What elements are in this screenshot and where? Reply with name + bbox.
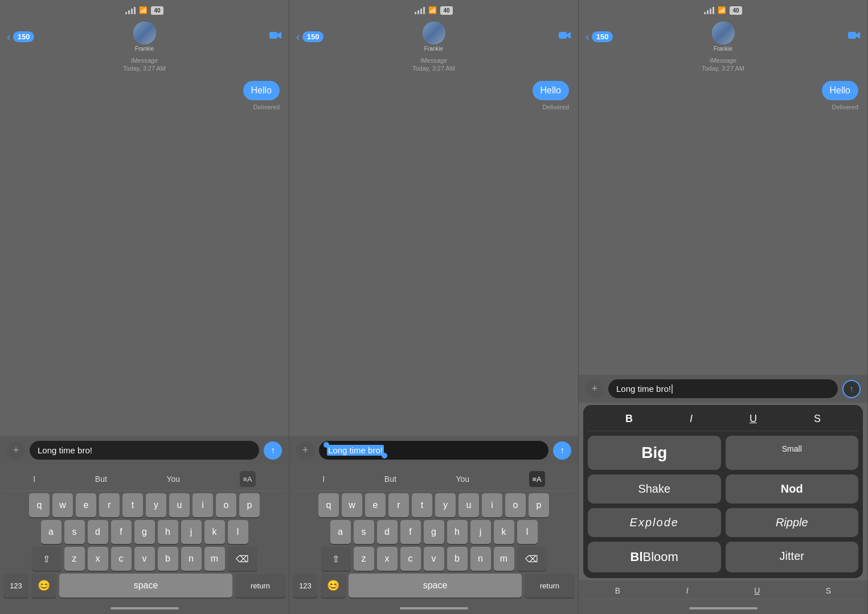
key-h-2[interactable]: h: [447, 520, 468, 544]
suggestion-i-1[interactable]: I: [33, 474, 35, 484]
key-c-2[interactable]: c: [400, 547, 421, 571]
key-g-2[interactable]: g: [424, 520, 444, 544]
key-t-2[interactable]: t: [412, 493, 432, 517]
key-a-2[interactable]: a: [330, 520, 351, 544]
key-delete-2[interactable]: ⌫: [517, 547, 547, 571]
back-button-1[interactable]: ‹ 150: [7, 30, 34, 43]
add-button-2[interactable]: +: [296, 441, 314, 460]
key-b-2[interactable]: b: [447, 547, 468, 571]
key-m-2[interactable]: m: [494, 547, 514, 571]
message-input-1[interactable]: Long time bro!: [30, 441, 259, 460]
key-j[interactable]: j: [181, 520, 202, 544]
key-v-2[interactable]: v: [424, 547, 444, 571]
effect-nod-btn[interactable]: Nod: [726, 474, 859, 504]
key-z-2[interactable]: z: [354, 547, 374, 571]
effect-jitter-btn[interactable]: Jitter: [726, 542, 859, 572]
key-numbers-1[interactable]: 123: [3, 574, 28, 597]
key-p-2[interactable]: p: [529, 493, 549, 517]
key-q-2[interactable]: q: [318, 493, 339, 517]
send-button-1[interactable]: ↑: [264, 441, 282, 460]
key-w-2[interactable]: w: [342, 493, 362, 517]
key-v[interactable]: v: [134, 547, 155, 571]
key-w[interactable]: w: [52, 493, 73, 517]
suggestion-s-3[interactable]: S: [826, 586, 831, 595]
key-space-2[interactable]: space: [349, 574, 522, 597]
message-input-2[interactable]: Long time bro!: [319, 441, 548, 460]
key-t[interactable]: t: [122, 493, 143, 517]
key-shift-2[interactable]: ⇧: [321, 547, 351, 571]
key-g[interactable]: g: [134, 520, 155, 544]
key-r-2[interactable]: r: [388, 493, 409, 517]
suggestion-but-2[interactable]: But: [384, 474, 396, 484]
key-n-2[interactable]: n: [470, 547, 491, 571]
key-shift[interactable]: ⇧: [32, 547, 62, 571]
key-emoji-2[interactable]: 😊: [321, 574, 346, 597]
key-emoji-1[interactable]: 😊: [31, 574, 56, 597]
back-button-3[interactable]: ‹ 150: [586, 30, 613, 43]
suggestion-you-3[interactable]: U: [754, 586, 760, 595]
effect-big-btn[interactable]: Big: [588, 436, 721, 470]
suggestion-but-1[interactable]: But: [95, 474, 107, 484]
key-p[interactable]: p: [239, 493, 260, 517]
effect-explode-btn[interactable]: Explode: [588, 508, 721, 537]
effect-bloom-btn[interactable]: BlBloom: [588, 542, 721, 572]
key-n[interactable]: n: [181, 547, 202, 571]
suggestion-i-3[interactable]: B: [615, 586, 620, 595]
key-e-2[interactable]: e: [365, 493, 386, 517]
key-z[interactable]: z: [64, 547, 85, 571]
video-call-button-1[interactable]: [269, 31, 282, 43]
key-y[interactable]: y: [146, 493, 166, 517]
key-space-1[interactable]: space: [59, 574, 232, 597]
add-button-1[interactable]: +: [7, 441, 25, 460]
key-o[interactable]: o: [216, 493, 236, 517]
key-x-2[interactable]: x: [377, 547, 398, 571]
suggestion-but-3[interactable]: I: [686, 586, 689, 595]
format-underline-btn[interactable]: U: [750, 413, 757, 425]
key-h[interactable]: h: [158, 520, 178, 544]
format-bold-btn[interactable]: B: [625, 413, 633, 425]
key-r[interactable]: r: [99, 493, 120, 517]
key-d-2[interactable]: d: [377, 520, 398, 544]
key-d[interactable]: d: [88, 520, 108, 544]
key-x[interactable]: x: [88, 547, 108, 571]
send-button-2[interactable]: ↑: [553, 441, 571, 460]
key-return-1[interactable]: return: [235, 574, 285, 597]
key-i-2[interactable]: i: [482, 493, 502, 517]
send-button-3[interactable]: ↑: [842, 380, 861, 398]
format-strikethrough-btn[interactable]: S: [814, 413, 821, 425]
key-l-2[interactable]: l: [517, 520, 538, 544]
video-call-button-2[interactable]: [559, 31, 571, 43]
format-italic-btn[interactable]: I: [690, 413, 693, 425]
key-u[interactable]: u: [169, 493, 190, 517]
key-c[interactable]: c: [111, 547, 132, 571]
key-m[interactable]: m: [204, 547, 225, 571]
format-icon-1[interactable]: ≡A: [240, 471, 256, 487]
key-j-2[interactable]: j: [470, 520, 491, 544]
effect-ripple-btn[interactable]: Ripple: [726, 508, 859, 537]
effect-small-btn[interactable]: Small: [726, 436, 859, 470]
key-numbers-2[interactable]: 123: [293, 574, 318, 597]
key-k-2[interactable]: k: [494, 520, 514, 544]
key-k[interactable]: k: [204, 520, 225, 544]
add-button-3[interactable]: +: [586, 380, 604, 398]
back-button-2[interactable]: ‹ 150: [296, 30, 324, 43]
key-return-2[interactable]: return: [525, 574, 575, 597]
key-y-2[interactable]: y: [435, 493, 456, 517]
video-call-button-3[interactable]: [848, 31, 861, 43]
suggestion-i-2[interactable]: I: [322, 474, 325, 484]
key-l[interactable]: l: [228, 520, 248, 544]
key-i[interactable]: i: [193, 493, 213, 517]
key-b[interactable]: b: [158, 547, 178, 571]
key-s[interactable]: s: [64, 520, 85, 544]
key-s-2[interactable]: s: [354, 520, 374, 544]
suggestion-you-2[interactable]: You: [456, 474, 469, 484]
key-q[interactable]: q: [29, 493, 50, 517]
key-delete[interactable]: ⌫: [228, 547, 257, 571]
format-icon-2[interactable]: ≡A: [529, 471, 545, 487]
key-a[interactable]: a: [41, 520, 62, 544]
key-u-2[interactable]: u: [458, 493, 479, 517]
key-o-2[interactable]: o: [505, 493, 526, 517]
suggestion-you-1[interactable]: You: [166, 474, 180, 484]
message-input-3[interactable]: Long time bro!: [608, 379, 838, 398]
effect-shake-btn[interactable]: Shake: [588, 474, 721, 504]
